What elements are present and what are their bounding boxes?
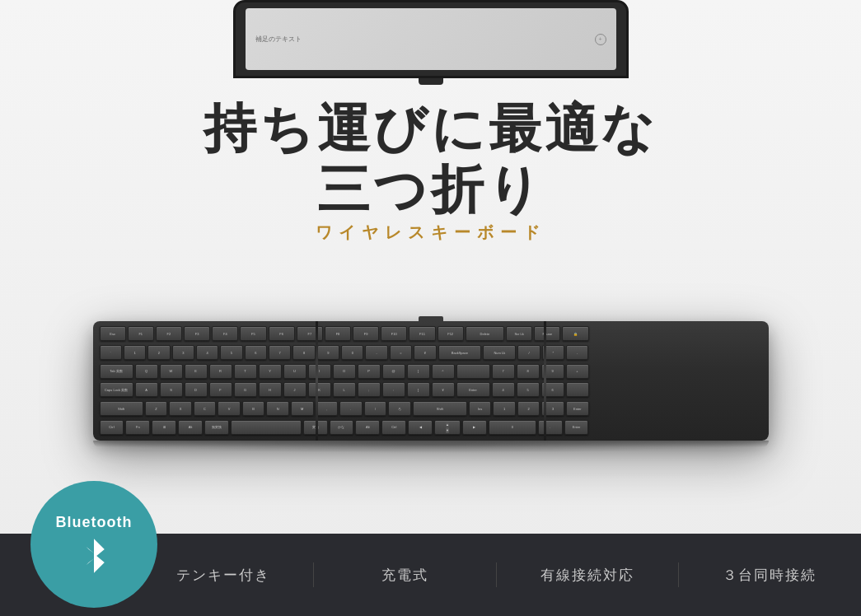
tablet-stand — [419, 78, 443, 85]
key-f12: F12 — [438, 326, 464, 341]
key-shift-left: Shift — [100, 401, 143, 416]
key-semicolon: ; — [358, 382, 381, 397]
key-f: F — [209, 382, 232, 397]
key-colon: : — [382, 382, 405, 397]
feature-tenkey-text: テンキー付き — [176, 566, 270, 585]
key-up-down: ▲ ▼ — [434, 420, 461, 435]
key-r: R — [209, 364, 232, 379]
key-bracket-close: ] — [407, 382, 430, 397]
key-row-zxcv: Shift Z X C V B N M , . / ろ Shift Ins 1 … — [100, 400, 589, 417]
key-delete: Delete — [466, 326, 504, 341]
features-list: テンキー付き 充電式 有線接続対応 ３台同時接続 — [132, 566, 861, 585]
key-num-plus: + — [566, 364, 589, 379]
key-lock: 🔒 — [562, 326, 588, 341]
key-num8: 8 — [517, 364, 540, 379]
key-s: S — [160, 382, 183, 397]
key-scrlock: Scr Lk — [506, 326, 532, 341]
key-2: 2 — [147, 345, 170, 360]
tablet-screen-icon: + — [595, 34, 606, 45]
key-row-qwerty: Tab 英数 Q W E R T Y U I O P @ [ ^ 7 8 — [100, 363, 589, 380]
key-num2: 2 — [517, 401, 540, 416]
key-j: J — [283, 382, 306, 397]
key-pause: Pause — [534, 326, 560, 341]
key-v: V — [218, 401, 241, 416]
key-numlock: Num Lk — [483, 345, 516, 360]
hero-text-section: 持ち運びに最適な 三つ折り ワイヤレスキーボード — [0, 91, 861, 248]
key-row-bottom: Ctrl Fn ⊞ Alt 無変換 変換 かな Alt Ctrl ◀ ▲ ▼ ▶ — [100, 419, 589, 436]
key-fn: Fn — [125, 420, 150, 435]
key-q: Q — [135, 364, 158, 379]
key-f3: F3 — [184, 326, 210, 341]
key-l: L — [333, 382, 356, 397]
key-5: 5 — [220, 345, 242, 360]
key-num-slash: / — [517, 345, 540, 360]
key-tab: Tab 英数 — [100, 364, 133, 379]
bluetooth-badge: Bluetooth — [30, 481, 157, 608]
key-ctrl-right: Ctrl — [381, 420, 406, 435]
key-ro: ろ — [388, 401, 411, 416]
key-alt-left: Alt — [178, 420, 203, 435]
key-row-asdf: Caps Lock 英数 A S D F G H J K L ; : ] ¥ E… — [100, 382, 589, 399]
key-space — [231, 420, 302, 435]
feature-multidevice: ３台同時接続 — [679, 566, 861, 585]
key-f7: F7 — [297, 326, 323, 341]
feature-tenkey: テンキー付き — [132, 566, 314, 585]
key-6: 6 — [245, 345, 267, 360]
key-shift-right: Shift — [413, 401, 467, 416]
key-num7: 7 — [492, 364, 515, 379]
key-bracket-open: [ — [407, 364, 430, 379]
feature-wired-text: 有線接続対応 — [540, 566, 634, 585]
key-at: @ — [382, 364, 405, 379]
feature-charging: 充電式 — [314, 566, 496, 585]
key-f11: F11 — [409, 326, 435, 341]
key-1: 1 — [124, 345, 146, 360]
key-d: D — [185, 382, 208, 397]
key-backtick: ` — [100, 345, 122, 360]
key-k: K — [308, 382, 331, 397]
main-title: 持ち運びに最適な — [204, 99, 658, 160]
key-ins: Ins — [469, 401, 492, 416]
key-comma: , — [316, 401, 339, 416]
main-container: 補足のテキスト + 持ち運びに最適な 三つ折り ワイヤレスキーボード — [0, 0, 861, 616]
key-esc: Esc — [100, 326, 126, 341]
feature-wired: 有線接続対応 — [497, 566, 679, 585]
fold-line-left — [316, 321, 318, 441]
key-f4: F4 — [212, 326, 238, 341]
key-num4: 4 — [492, 382, 515, 397]
key-backslash: ¥ — [432, 382, 455, 397]
key-num5: 5 — [517, 382, 540, 397]
key-e: E — [185, 364, 208, 379]
key-c: C — [194, 401, 217, 416]
key-num-plus2 — [566, 382, 589, 397]
key-minus: - — [365, 345, 387, 360]
key-f2: F2 — [156, 326, 182, 341]
key-yen: ¥ — [414, 345, 436, 360]
key-num-enter2: Enter — [564, 420, 589, 435]
key-3: 3 — [172, 345, 194, 360]
key-f6: F6 — [269, 326, 295, 341]
tablet-screen-text: 補足のテキスト — [255, 35, 302, 44]
keyboard-visual: Esc F1 F2 F3 F4 F5 F6 F7 F8 F9 F10 F11 F… — [93, 321, 769, 441]
key-8: 8 — [292, 345, 315, 360]
key-y: Y — [259, 364, 282, 379]
key-t: T — [234, 364, 257, 379]
key-x: X — [169, 401, 192, 416]
key-w: W — [160, 364, 183, 379]
key-f8: F8 — [325, 326, 351, 341]
key-b: B — [242, 401, 265, 416]
key-p: P — [358, 364, 381, 379]
key-9: 9 — [317, 345, 339, 360]
feature-multidevice-text: ３台同時接続 — [723, 566, 817, 585]
key-num-enter: Enter — [566, 401, 589, 416]
key-capslock: Caps Lock 英数 — [100, 382, 133, 397]
key-slash: / — [364, 401, 387, 416]
key-enter-bottom: Enter — [456, 382, 490, 397]
key-a: A — [135, 382, 158, 397]
key-row-numbers: ` 1 2 3 4 5 6 7 8 9 0 - = ¥ BackSpace Nu… — [100, 344, 589, 361]
bluetooth-label: Bluetooth — [56, 514, 133, 531]
keyboard-section: Esc F1 F2 F3 F4 F5 F6 F7 F8 F9 F10 F11 F… — [0, 240, 861, 534]
key-row-fn: Esc F1 F2 F3 F4 F5 F6 F7 F8 F9 F10 F11 F… — [100, 326, 589, 343]
key-i: I — [308, 364, 331, 379]
key-muhenkan: 無変換 — [204, 420, 229, 435]
key-num1: 1 — [493, 401, 516, 416]
